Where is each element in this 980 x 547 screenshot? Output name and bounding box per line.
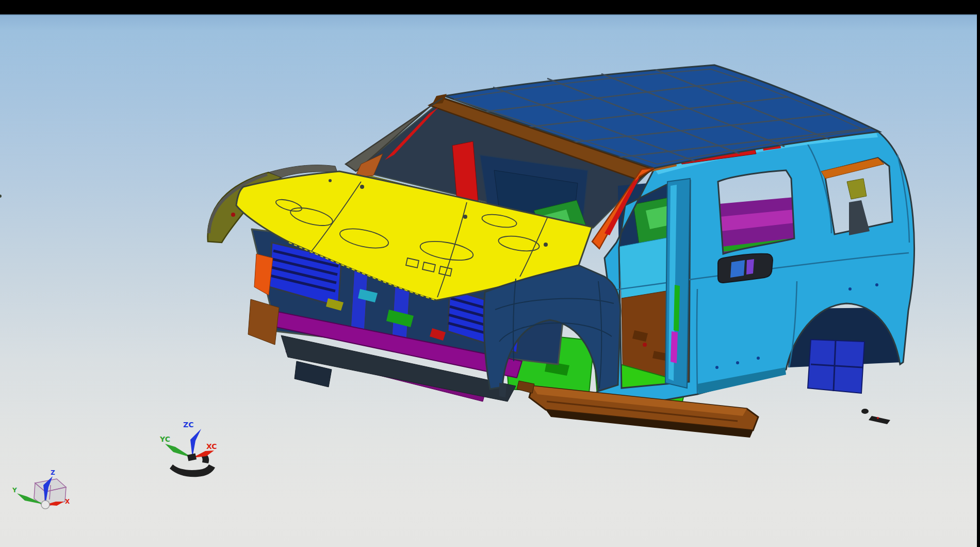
view-x-label: X: [65, 498, 70, 505]
window-right-bar: [977, 14, 980, 547]
handle-inner-blue: [730, 260, 745, 278]
wcs-x-label: XC: [206, 442, 217, 451]
loose-part-2[interactable]: [869, 416, 890, 424]
view-triad[interactable]: Z Y X: [12, 469, 70, 509]
viewport-top-edge: [0, 14, 977, 15]
b-pillar-green-accent: [674, 285, 680, 331]
quarter-window-dark-bracket: [849, 200, 870, 235]
view-z-label: Z: [51, 469, 55, 476]
wcs-origin-block[interactable]: [187, 453, 197, 461]
view-origin-sphere[interactable]: [41, 501, 50, 509]
loose-part-red-dot: [877, 417, 879, 419]
wcs-z-label: ZC: [183, 421, 193, 429]
wcs-z-axis-arrow[interactable]: [190, 429, 201, 458]
wcs-triad[interactable]: ZC YC XC: [159, 421, 217, 477]
quarter-window-olive-bracket: [847, 179, 867, 199]
window-title-bar: [0, 0, 980, 14]
loose-parts[interactable]: [861, 409, 890, 424]
model-scene[interactable]: ZC YC XC Z Y X: [0, 14, 977, 547]
wing-red-plug: [231, 213, 235, 217]
board-post: [499, 383, 507, 397]
chin-step: [295, 361, 332, 387]
b-pillar-magenta-accent: [671, 331, 678, 363]
fascia-copper-bracket: [248, 299, 279, 345]
floor-plug-red: [643, 343, 647, 347]
b-pillar[interactable]: [665, 179, 690, 388]
wcs-rotate-handle[interactable]: [170, 464, 215, 477]
wcs-y-label: YC: [159, 435, 170, 443]
handle-inner-purple: [746, 259, 754, 275]
view-y-label: Y: [12, 487, 17, 494]
cad-3d-viewport[interactable]: ZC YC XC Z Y X: [0, 14, 977, 547]
loose-part-1[interactable]: [861, 409, 869, 414]
